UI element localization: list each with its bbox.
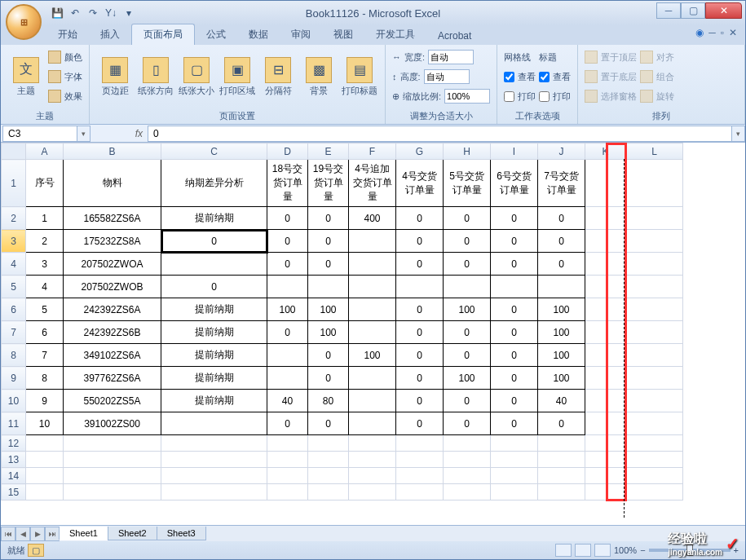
cell[interactable]: 4号交货订单量	[396, 160, 444, 207]
cell[interactable]: 80	[308, 390, 349, 412]
cell[interactable]: 100	[538, 344, 585, 367]
cell[interactable]: 100	[444, 367, 491, 390]
cell[interactable]: 165582ZS6A	[64, 207, 161, 230]
cell[interactable]: 6号交货订单量	[491, 160, 538, 207]
cell[interactable]	[626, 298, 683, 321]
cell[interactable]	[267, 484, 308, 500]
cell[interactable]	[626, 160, 683, 207]
cell[interactable]: 0	[308, 412, 349, 435]
cell[interactable]	[585, 276, 626, 298]
scale-input[interactable]	[444, 89, 490, 104]
cell[interactable]: 550202ZS5A	[64, 390, 161, 412]
cell[interactable]	[585, 452, 626, 468]
col-header-A[interactable]: A	[26, 143, 64, 160]
cell[interactable]: 0	[308, 230, 349, 253]
office-button[interactable]: ⊞	[6, 4, 42, 40]
col-header-E[interactable]: E	[308, 143, 349, 160]
cell[interactable]	[585, 412, 626, 435]
cell[interactable]: 0	[267, 207, 308, 230]
cell[interactable]	[626, 321, 683, 344]
cell[interactable]: 5号交货订单量	[444, 160, 491, 207]
cell[interactable]: 0	[538, 230, 585, 253]
cell[interactable]	[444, 468, 491, 484]
cell[interactable]	[64, 468, 161, 484]
cell[interactable]: 100	[349, 344, 396, 367]
tab-acrobat[interactable]: Acrobat	[426, 27, 483, 45]
cell[interactable]	[26, 484, 64, 500]
width-input[interactable]	[428, 50, 474, 64]
row-header-10[interactable]: 10	[2, 390, 26, 412]
cell[interactable]: 0	[538, 253, 585, 276]
page-break-button[interactable]	[594, 544, 611, 557]
cell[interactable]: 提前纳期	[161, 344, 267, 367]
cell[interactable]: 40	[538, 390, 585, 412]
cell[interactable]	[349, 390, 396, 412]
cell[interactable]	[267, 435, 308, 452]
selection-pane-button[interactable]: 选择窗格	[585, 87, 637, 105]
cell[interactable]: 0	[491, 321, 538, 344]
cell[interactable]	[396, 276, 444, 298]
sheet-last-button[interactable]: ⏭	[45, 527, 60, 541]
cell[interactable]: 0	[538, 207, 585, 230]
cell[interactable]	[161, 253, 267, 276]
cell[interactable]: 提前纳期	[161, 298, 267, 321]
cell[interactable]: 0	[444, 230, 491, 253]
cell[interactable]	[538, 435, 585, 452]
cell[interactable]: 207502ZWOA	[64, 253, 161, 276]
col-header-D[interactable]: D	[267, 143, 308, 160]
margins-button[interactable]: ▦页边距	[96, 48, 134, 105]
cell[interactable]: 0	[308, 344, 349, 367]
cell[interactable]: 0	[491, 344, 538, 367]
cell[interactable]	[585, 207, 626, 230]
cell[interactable]: 4	[26, 276, 64, 298]
undo-icon[interactable]: ↶	[68, 6, 82, 20]
maximize-button[interactable]: ▢	[681, 2, 705, 19]
cell[interactable]	[585, 435, 626, 452]
cell[interactable]	[161, 412, 267, 435]
colors-button[interactable]: 颜色	[48, 48, 82, 66]
sheet-tab-3[interactable]: Sheet3	[157, 527, 206, 540]
cell[interactable]	[349, 276, 396, 298]
cell[interactable]: 0	[308, 253, 349, 276]
breaks-button[interactable]: ⊟分隔符	[259, 48, 297, 105]
cell[interactable]: 0	[396, 367, 444, 390]
cell[interactable]	[64, 452, 161, 468]
cell[interactable]: 7号交货订单量	[538, 160, 585, 207]
orientation-button[interactable]: ▯纸张方向	[137, 48, 174, 105]
gridlines-print-checkbox[interactable]	[504, 91, 514, 102]
cell[interactable]: 10	[26, 412, 64, 435]
cell[interactable]: 0	[538, 412, 585, 435]
cell[interactable]: 0	[161, 276, 267, 298]
headings-view-checkbox[interactable]	[539, 72, 550, 82]
cell[interactable]: 0	[396, 344, 444, 367]
name-box-dropdown[interactable]: ▾	[77, 126, 90, 142]
cell[interactable]	[585, 367, 626, 390]
cell[interactable]	[308, 276, 349, 298]
themes-button[interactable]: 文 主题	[7, 48, 45, 105]
cell[interactable]	[349, 321, 396, 344]
normal-view-button[interactable]	[555, 544, 572, 557]
close-button[interactable]: ✕	[705, 2, 742, 19]
col-header-C[interactable]: C	[161, 143, 267, 160]
col-header-I[interactable]: I	[491, 143, 538, 160]
cell[interactable]	[349, 230, 396, 253]
fx-icon[interactable]: fx	[135, 128, 143, 139]
cell[interactable]	[444, 484, 491, 500]
cell[interactable]: 100	[538, 298, 585, 321]
cell[interactable]: 0	[491, 253, 538, 276]
cell[interactable]	[349, 452, 396, 468]
cell[interactable]	[308, 452, 349, 468]
cell[interactable]: 0	[491, 390, 538, 412]
cell[interactable]: 100	[308, 298, 349, 321]
zoom-out-button[interactable]: −	[640, 545, 645, 555]
print-titles-button[interactable]: ▤打印标题	[341, 48, 378, 105]
cell[interactable]	[626, 435, 683, 452]
cell[interactable]	[161, 468, 267, 484]
cell[interactable]	[349, 468, 396, 484]
cell[interactable]	[308, 468, 349, 484]
tab-data[interactable]: 数据	[237, 24, 280, 45]
cell[interactable]	[444, 276, 491, 298]
cell[interactable]	[626, 390, 683, 412]
cell[interactable]	[491, 452, 538, 468]
cell[interactable]	[491, 435, 538, 452]
